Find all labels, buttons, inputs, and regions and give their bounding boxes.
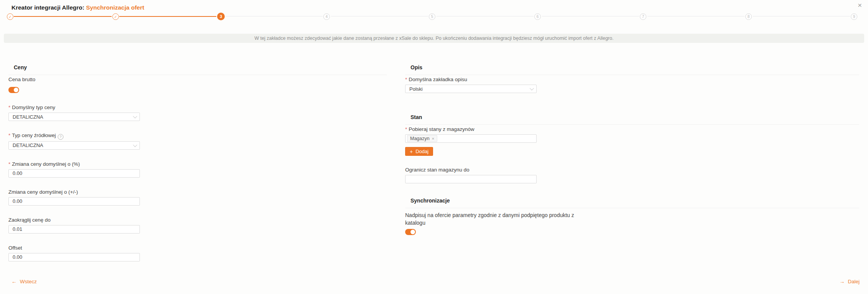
step-7: 7 <box>640 13 646 20</box>
field-ogranicz-stan: Ogranicz stan magazynu do <box>405 167 859 183</box>
domyslny-typ-ceny-select[interactable]: DETALICZNA <box>8 113 140 121</box>
required-mark: * <box>8 105 10 110</box>
check-icon: ✓ <box>9 15 12 19</box>
zakladka-opisu-label: *Domyślna zakładka opisu <box>405 76 859 83</box>
ogranicz-stan-input[interactable] <box>405 175 537 183</box>
section-title-ceny: Ceny <box>8 63 387 75</box>
dodaj-button-label: Dodaj <box>415 149 428 154</box>
info-banner-text: W tej zakładce możesz zdecydować jakie d… <box>255 36 613 41</box>
step-6: 6 <box>534 13 541 20</box>
step-1-done[interactable]: ✓ <box>7 13 13 20</box>
zmiana-procent-input[interactable] <box>8 169 140 178</box>
toggle-knob <box>410 230 415 234</box>
field-offset: Offset <box>8 245 387 261</box>
step-2-done[interactable]: ✓ <box>112 13 119 20</box>
select-value: DETALICZNA <box>13 142 43 148</box>
field-zmiana-procent: *Zmiana ceny domyślnej o (%) <box>8 161 387 178</box>
chevron-down-icon <box>530 86 534 90</box>
ogranicz-stan-label: Ogranicz stan magazynu do <box>405 167 859 173</box>
section-title-opis: Opis <box>405 63 859 75</box>
field-zaokraglij: Zaokrąglij cenę do <box>8 217 387 234</box>
arrow-right-icon: → <box>839 278 845 284</box>
info-banner: W tej zakładce możesz zdecydować jakie d… <box>4 34 864 43</box>
cena-brutto-toggle[interactable] <box>8 87 19 93</box>
zaokraglij-input[interactable] <box>8 225 140 234</box>
magazyn-tag-label: Magazyn <box>410 136 430 141</box>
required-mark: * <box>8 161 10 167</box>
field-zmiana-plus-minus: Zmiana ceny domyślnej o (+/-) <box>8 189 387 206</box>
column-right: Opis *Domyślna zakładka opisu Polski Sta… <box>405 63 859 235</box>
step-connector <box>542 16 639 16</box>
chevron-down-icon <box>133 114 137 118</box>
typ-ceny-zrodlowej-label: *Typ ceny źródłowej? <box>8 132 387 140</box>
field-domyslny-typ-ceny: *Domyślny typ ceny DETALICZNA <box>8 104 387 121</box>
field-magazyny: *Pobieraj stany z magazynów Magazyn × + … <box>405 126 859 156</box>
field-cena-brutto: Cena brutto <box>8 76 387 93</box>
offset-input[interactable] <box>8 253 140 261</box>
zmiana-plus-minus-input[interactable] <box>8 197 140 206</box>
required-mark: * <box>8 132 10 138</box>
select-value: DETALICZNA <box>13 114 43 120</box>
toggle-knob <box>14 88 18 92</box>
typ-ceny-zrodlowej-select[interactable]: DETALICZNA <box>8 141 140 150</box>
section-title-stan: Stan <box>405 113 859 125</box>
field-typ-ceny-zrodlowej: *Typ ceny źródłowej? DETALICZNA <box>8 132 387 150</box>
zakladka-opisu-select[interactable]: Polski <box>405 85 537 93</box>
zaokraglij-label: Zaokrąglij cenę do <box>8 217 387 224</box>
back-link[interactable]: ← Wstecz <box>11 278 37 284</box>
wizard-steps: ✓ ✓ 3 4 5 6 7 8 9 <box>0 0 868 23</box>
select-value: Polski <box>409 86 423 92</box>
next-link[interactable]: → Dalej <box>839 278 860 284</box>
dodaj-button[interactable]: + Dodaj <box>405 147 433 156</box>
wizard-page: × Kreator integracji Allegro: Synchroniz… <box>0 0 868 294</box>
step-connector <box>331 16 428 16</box>
magazyny-label: *Pobieraj stany z magazynów <box>405 126 859 133</box>
step-connector <box>119 16 216 17</box>
step-number: 6 <box>537 15 539 19</box>
section-title-synchronizacje: Synchronizacje <box>405 196 859 208</box>
required-mark: * <box>405 126 407 132</box>
next-label: Dalej <box>848 279 860 284</box>
arrow-left-icon: ← <box>11 278 17 284</box>
zmiana-procent-label: *Zmiana ceny domyślnej o (%) <box>8 161 387 168</box>
step-connector <box>14 16 112 17</box>
nadpisuj-label: Nadpisuj na ofercie parametry zgodnie z … <box>405 211 577 227</box>
step-number: 5 <box>431 15 433 19</box>
step-number: 7 <box>642 15 644 19</box>
step-4: 4 <box>323 13 330 20</box>
step-connector <box>647 16 745 16</box>
zmiana-plus-minus-label: Zmiana ceny domyślnej o (+/-) <box>8 189 387 196</box>
back-label: Wstecz <box>20 279 37 284</box>
required-mark: * <box>405 77 407 82</box>
column-prices: Ceny Cena brutto *Domyślny typ ceny DETA… <box>8 63 387 273</box>
chevron-down-icon <box>133 142 137 147</box>
step-number: 9 <box>853 15 855 19</box>
domyslny-typ-ceny-label: *Domyślny typ ceny <box>8 104 387 111</box>
offset-label: Offset <box>8 245 387 252</box>
step-5: 5 <box>429 13 435 20</box>
step-number: 8 <box>748 15 750 19</box>
magazyny-multiselect[interactable]: Magazyn × <box>405 134 537 143</box>
step-9: 9 <box>851 13 857 20</box>
step-number: 3 <box>220 14 222 19</box>
step-3-active[interactable]: 3 <box>217 13 225 20</box>
step-connector <box>226 16 323 16</box>
cena-brutto-label: Cena brutto <box>8 76 387 83</box>
check-icon: ✓ <box>114 15 117 19</box>
field-zakladka-opisu: *Domyślna zakładka opisu Polski <box>405 76 859 93</box>
magazyn-tag: Magazyn × <box>407 135 437 142</box>
plus-icon: + <box>410 149 413 154</box>
tag-close-icon[interactable]: × <box>432 137 434 141</box>
help-icon[interactable]: ? <box>58 134 63 140</box>
step-8: 8 <box>745 13 752 20</box>
nadpisuj-toggle[interactable] <box>405 229 416 235</box>
step-number: 4 <box>326 15 328 19</box>
step-connector <box>753 16 850 16</box>
step-connector <box>436 16 534 16</box>
